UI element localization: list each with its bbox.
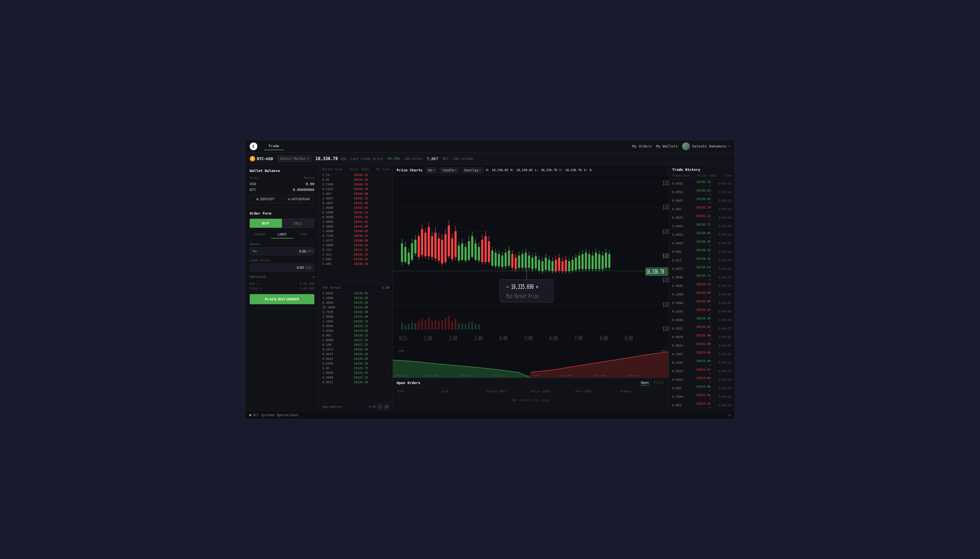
user-area[interactable]: Satoshi Nakamoto ▼ <box>682 142 730 150</box>
trade-history-rows: 0.010210336.78 ↗9:50:150.095210336.81 ↗9… <box>669 179 735 411</box>
place-buy-order-button[interactable]: PLACE BUY ORDER <box>250 294 314 304</box>
ask-row[interactable]: 0.0110344.40- <box>319 177 393 182</box>
asset-table: Asset Amount USD 0.00 BTC 0.00000000 <box>250 176 314 192</box>
fills-tab[interactable]: Fills <box>653 380 665 385</box>
svg-rect-174 <box>468 322 469 329</box>
ask-row[interactable]: 1.004710343.75- <box>319 196 393 201</box>
market-tab[interactable]: MARKET <box>250 231 271 238</box>
app-logo[interactable]: C <box>250 142 257 150</box>
svg-text:$10,375: $10,375 <box>662 228 669 235</box>
time-interval-selector[interactable]: 5m ▼ <box>425 167 437 173</box>
svg-rect-172 <box>461 324 463 329</box>
ask-row[interactable]: 3.1410344.45- <box>319 173 393 177</box>
ask-row[interactable]: 5.60110336.30- <box>319 261 393 266</box>
bid-row[interactable]: 3.026810329.00- <box>319 329 393 333</box>
amount-label: Amount <box>250 242 314 246</box>
bid-row[interactable]: 0.759910332.90- <box>319 310 393 314</box>
aggregation-label: Aggregation <box>322 405 342 408</box>
limit-price-input-row: USD <box>250 263 314 271</box>
ask-row[interactable]: 1.00710344.00- <box>319 192 393 196</box>
ask-row[interactable]: 0.100710342.90- <box>319 201 393 205</box>
trade-history-row: 0.109410332.96 ↗9:48:53 <box>669 392 735 401</box>
max-button[interactable]: Max <box>253 250 258 253</box>
svg-text:$10,425: $10,425 <box>662 179 669 187</box>
ask-row[interactable]: 2.000010342.85- <box>319 205 393 210</box>
ask-row[interactable]: 0.759910340.35- <box>319 233 393 238</box>
bid-row[interactable]: 0.102210326.50- <box>319 347 393 352</box>
trade-history-row: 0.400010336.80 ↗9:49:06 <box>669 299 735 307</box>
bid-row[interactable]: 1.290410329.35- <box>319 319 393 324</box>
settings-icon[interactable]: ⚙ <box>729 413 731 417</box>
price-change: +0.33% <box>387 157 400 160</box>
change-label: 24h price <box>405 157 422 160</box>
svg-rect-165 <box>438 321 439 329</box>
select-market-btn[interactable]: Select Market ▼ <box>277 156 311 162</box>
status-left: All Systems Operational <box>249 413 298 417</box>
asset-row-btc: BTC 0.00000000 <box>250 188 314 192</box>
ask-row[interactable]: 0.600010341.80- <box>319 224 393 229</box>
bid-row[interactable]: 3.000010331.00- <box>319 314 393 319</box>
ask-rows: 3.1410344.45-0.0110344.40-0.299910344.35… <box>319 173 393 284</box>
limit-tab[interactable]: LIMIT <box>271 231 293 238</box>
open-tab[interactable]: Open <box>640 380 650 385</box>
overlay-selector[interactable]: Overlay ▼ <box>462 167 483 173</box>
ask-row[interactable]: 3.000010339.25- <box>319 243 393 248</box>
deposit-button[interactable]: ⊕ DEPOSIT <box>250 195 281 203</box>
svg-text:-300: -300 <box>396 350 404 352</box>
svg-rect-175 <box>471 322 473 329</box>
limit-price-input[interactable] <box>253 265 303 270</box>
bid-row[interactable]: 0.616810326.30- <box>319 361 393 366</box>
bid-row[interactable]: 0.099910329.25- <box>319 324 393 329</box>
advanced-toggle[interactable]: Advanced ▼ <box>250 275 314 279</box>
bid-row[interactable]: 6.000010325.25- <box>319 375 393 380</box>
amount-input[interactable] <box>260 249 306 253</box>
sell-tab[interactable]: SELL <box>282 219 315 228</box>
trade-history-row: 0.007610335.00 ↗9:49:02 <box>669 333 735 341</box>
buy-tab[interactable]: BUY <box>250 219 282 228</box>
bid-row[interactable]: 1.000010325.45- <box>319 370 393 375</box>
bid-row[interactable]: 0.10010327.25- <box>319 342 393 347</box>
ask-row[interactable]: 3.00010336.35- <box>319 257 393 261</box>
ask-row[interactable]: 0.299910344.35- <box>319 182 393 187</box>
ask-row[interactable]: 0.592210344.30- <box>319 187 393 192</box>
bid-row[interactable]: 4.004510335.05- <box>319 291 393 296</box>
open-orders-header: Open Orders Open Fills <box>393 378 669 388</box>
svg-rect-177 <box>478 325 480 329</box>
bid-row[interactable]: 0.003710326.45- <box>319 352 393 357</box>
bid-row[interactable]: 0.00110328.15- <box>319 333 393 338</box>
agg-decrease-button[interactable]: − <box>378 404 383 409</box>
nav-tab-trade[interactable]: Trade <box>264 142 284 150</box>
trade-history-row: 0.002310333.00 ↗9:48:53 <box>669 375 735 384</box>
bid-row[interactable]: 0.0510325.75- <box>319 366 393 370</box>
svg-text:9/13: 9/13 <box>399 335 407 341</box>
svg-text:$10,430: $10,430 <box>560 375 572 377</box>
withdraw-button[interactable]: ⊖ WITHDRAW <box>283 195 315 203</box>
ask-row[interactable]: 0.100010342.65- <box>319 210 393 215</box>
svg-text:1:00: 1:00 <box>424 335 432 341</box>
svg-text:Mid Market Price: Mid Market Price <box>506 293 539 299</box>
bid-row[interactable]: 0.002310326.40- <box>319 357 393 361</box>
stop-tab[interactable]: STOP <box>293 231 314 238</box>
svg-text:$10,400: $10,400 <box>662 203 669 211</box>
ask-row[interactable]: 1.000010340.65- <box>319 229 393 233</box>
chart-type-selector[interactable]: Candle ▼ <box>439 167 459 173</box>
ask-row[interactable]: 0.13210337.35- <box>319 248 393 252</box>
ask-row[interactable]: 0.068810342.15- <box>319 215 393 220</box>
bid-row[interactable]: 0.098410333.50- <box>319 300 393 305</box>
nav-tabs: Trade <box>264 142 632 150</box>
bid-row[interactable]: 2.500010334.95- <box>319 296 393 300</box>
limit-price-label: Limit Price <box>250 259 314 262</box>
agg-increase-button[interactable]: + <box>384 404 389 409</box>
user-name: Satoshi Nakamoto <box>692 144 726 148</box>
trade-history-row: 0.002310338.05 ↗9:49:48 <box>669 230 735 239</box>
ask-row[interactable]: 1.437110340.00- <box>319 238 393 243</box>
my-wallets-link[interactable]: My Wallets <box>656 144 677 148</box>
bid-row[interactable]: 0.002110324.50- <box>319 380 393 385</box>
my-orders-link[interactable]: My Orders <box>632 144 652 148</box>
bid-row[interactable]: 1.000010327.95- <box>319 338 393 342</box>
order-form-title: Order Form <box>250 211 314 215</box>
ask-row[interactable]: 2.000010341.95- <box>319 220 393 224</box>
svg-text:$10,530: $10,530 <box>627 375 639 377</box>
ask-row[interactable]: 2.41410336.55- <box>319 252 393 257</box>
bid-row[interactable]: 25.300010333.00- <box>319 305 393 310</box>
